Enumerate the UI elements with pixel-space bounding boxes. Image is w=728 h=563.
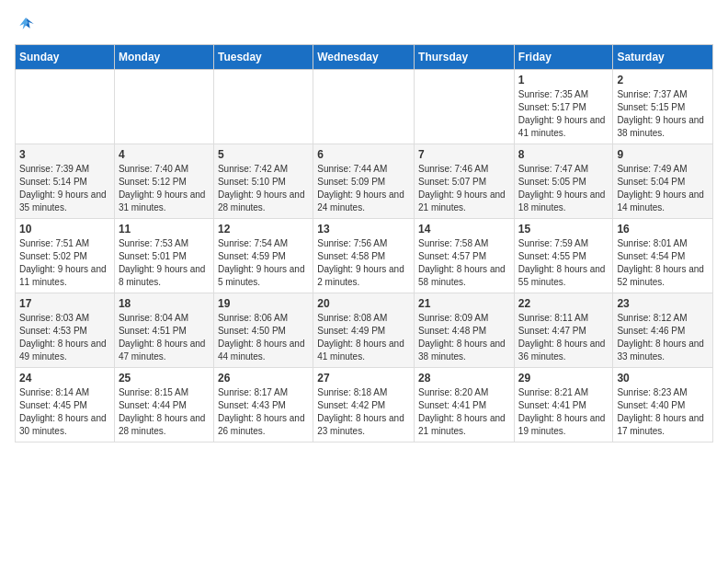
day-number: 24 [19,372,110,385]
day-info: Sunrise: 8:03 AM Sunset: 4:53 PM Dayligh… [19,312,110,363]
weekday-header-tuesday: Tuesday [213,45,313,70]
calendar-week-row: 24Sunrise: 8:14 AM Sunset: 4:45 PM Dayli… [16,368,713,442]
calendar-cell: 9Sunrise: 7:49 AM Sunset: 5:04 PM Daylig… [613,144,713,219]
day-number: 12 [218,223,309,236]
weekday-header-sunday: Sunday [16,45,115,70]
day-number: 6 [317,148,410,161]
calendar-cell: 27Sunrise: 8:18 AM Sunset: 4:42 PM Dayli… [313,368,415,442]
day-info: Sunrise: 8:01 AM Sunset: 4:54 PM Dayligh… [617,237,709,289]
day-info: Sunrise: 8:23 AM Sunset: 4:40 PM Dayligh… [617,386,709,438]
day-number: 20 [317,297,410,310]
calendar-cell: 6Sunrise: 7:44 AM Sunset: 5:09 PM Daylig… [313,144,415,219]
day-info: Sunrise: 7:53 AM Sunset: 5:01 PM Dayligh… [119,237,210,289]
calendar-cell: 10Sunrise: 7:51 AM Sunset: 5:02 PM Dayli… [16,219,115,293]
day-number: 2 [617,74,709,86]
calendar-cell [213,70,313,144]
logo-bird-icon [17,15,35,33]
day-number: 8 [518,148,609,161]
calendar-cell: 3Sunrise: 7:39 AM Sunset: 5:14 PM Daylig… [16,144,115,219]
calendar-cell: 20Sunrise: 8:08 AM Sunset: 4:49 PM Dayli… [313,293,415,368]
day-info: Sunrise: 7:46 AM Sunset: 5:07 PM Dayligh… [418,163,510,214]
day-info: Sunrise: 7:59 AM Sunset: 4:55 PM Dayligh… [518,237,609,289]
calendar-cell: 7Sunrise: 7:46 AM Sunset: 5:07 PM Daylig… [415,144,515,219]
day-number: 26 [218,372,309,385]
day-info: Sunrise: 7:39 AM Sunset: 5:14 PM Dayligh… [19,163,110,214]
day-info: Sunrise: 7:49 AM Sunset: 5:04 PM Dayligh… [617,163,709,214]
day-number: 1 [518,74,609,86]
day-number: 7 [418,148,510,161]
day-info: Sunrise: 7:51 AM Sunset: 5:02 PM Dayligh… [19,237,110,289]
calendar-cell: 19Sunrise: 8:06 AM Sunset: 4:50 PM Dayli… [213,293,313,368]
day-info: Sunrise: 8:06 AM Sunset: 4:50 PM Dayligh… [218,312,309,363]
day-number: 13 [317,223,410,236]
day-info: Sunrise: 7:37 AM Sunset: 5:15 PM Dayligh… [617,88,709,140]
calendar-cell: 22Sunrise: 8:11 AM Sunset: 4:47 PM Dayli… [514,293,613,368]
weekday-header-wednesday: Wednesday [313,45,415,70]
weekday-header-saturday: Saturday [613,45,713,70]
calendar-cell [114,70,213,144]
calendar-cell: 26Sunrise: 8:17 AM Sunset: 4:43 PM Dayli… [213,368,313,442]
day-number: 30 [617,372,709,385]
calendar-week-row: 10Sunrise: 7:51 AM Sunset: 5:02 PM Dayli… [16,219,713,293]
day-info: Sunrise: 7:42 AM Sunset: 5:10 PM Dayligh… [218,163,309,214]
day-number: 29 [518,372,609,385]
day-info: Sunrise: 8:18 AM Sunset: 4:42 PM Dayligh… [317,386,410,438]
day-number: 18 [119,297,210,310]
day-number: 9 [617,148,709,161]
day-info: Sunrise: 7:44 AM Sunset: 5:09 PM Dayligh… [317,163,410,214]
header [15,15,713,33]
calendar-cell: 8Sunrise: 7:47 AM Sunset: 5:05 PM Daylig… [514,144,613,219]
day-info: Sunrise: 7:47 AM Sunset: 5:05 PM Dayligh… [518,163,609,214]
calendar-cell: 25Sunrise: 8:15 AM Sunset: 4:44 PM Dayli… [114,368,213,442]
day-info: Sunrise: 7:56 AM Sunset: 4:58 PM Dayligh… [317,237,410,289]
calendar-cell: 17Sunrise: 8:03 AM Sunset: 4:53 PM Dayli… [16,293,115,368]
calendar-cell: 24Sunrise: 8:14 AM Sunset: 4:45 PM Dayli… [16,368,115,442]
calendar-week-row: 17Sunrise: 8:03 AM Sunset: 4:53 PM Dayli… [16,293,713,368]
weekday-header-row: SundayMondayTuesdayWednesdayThursdayFrid… [16,45,713,70]
logo [15,15,35,33]
day-number: 21 [418,297,510,310]
calendar-cell: 15Sunrise: 7:59 AM Sunset: 4:55 PM Dayli… [514,219,613,293]
calendar-cell: 13Sunrise: 7:56 AM Sunset: 4:58 PM Dayli… [313,219,415,293]
day-info: Sunrise: 7:54 AM Sunset: 4:59 PM Dayligh… [218,237,309,289]
calendar-cell: 2Sunrise: 7:37 AM Sunset: 5:15 PM Daylig… [613,70,713,144]
day-number: 15 [518,223,609,236]
day-info: Sunrise: 8:21 AM Sunset: 4:41 PM Dayligh… [518,386,609,438]
day-number: 22 [518,297,609,310]
day-info: Sunrise: 8:20 AM Sunset: 4:41 PM Dayligh… [418,386,510,438]
calendar-cell: 29Sunrise: 8:21 AM Sunset: 4:41 PM Dayli… [514,368,613,442]
calendar-cell: 11Sunrise: 7:53 AM Sunset: 5:01 PM Dayli… [114,219,213,293]
weekday-header-monday: Monday [114,45,213,70]
day-number: 3 [19,148,110,161]
calendar-cell [415,70,515,144]
day-number: 14 [418,223,510,236]
day-number: 17 [19,297,110,310]
day-number: 4 [119,148,210,161]
day-number: 23 [617,297,709,310]
day-info: Sunrise: 7:35 AM Sunset: 5:17 PM Dayligh… [518,88,609,140]
calendar-cell: 1Sunrise: 7:35 AM Sunset: 5:17 PM Daylig… [514,70,613,144]
calendar-cell [16,70,115,144]
calendar-cell: 23Sunrise: 8:12 AM Sunset: 4:46 PM Dayli… [613,293,713,368]
day-info: Sunrise: 8:09 AM Sunset: 4:48 PM Dayligh… [418,312,510,363]
calendar-cell: 18Sunrise: 8:04 AM Sunset: 4:51 PM Dayli… [114,293,213,368]
calendar-cell: 28Sunrise: 8:20 AM Sunset: 4:41 PM Dayli… [415,368,515,442]
calendar-cell: 4Sunrise: 7:40 AM Sunset: 5:12 PM Daylig… [114,144,213,219]
calendar-week-row: 1Sunrise: 7:35 AM Sunset: 5:17 PM Daylig… [16,70,713,144]
calendar-week-row: 3Sunrise: 7:39 AM Sunset: 5:14 PM Daylig… [16,144,713,219]
calendar-cell: 16Sunrise: 8:01 AM Sunset: 4:54 PM Dayli… [613,219,713,293]
weekday-header-thursday: Thursday [415,45,515,70]
day-info: Sunrise: 8:15 AM Sunset: 4:44 PM Dayligh… [119,386,210,438]
day-info: Sunrise: 7:40 AM Sunset: 5:12 PM Dayligh… [119,163,210,214]
day-number: 28 [418,372,510,385]
calendar-table: SundayMondayTuesdayWednesdayThursdayFrid… [15,44,713,442]
calendar-cell: 5Sunrise: 7:42 AM Sunset: 5:10 PM Daylig… [213,144,313,219]
day-number: 10 [19,223,110,236]
calendar-cell: 14Sunrise: 7:58 AM Sunset: 4:57 PM Dayli… [415,219,515,293]
day-info: Sunrise: 8:14 AM Sunset: 4:45 PM Dayligh… [19,386,110,438]
day-info: Sunrise: 8:12 AM Sunset: 4:46 PM Dayligh… [617,312,709,363]
calendar-cell: 30Sunrise: 8:23 AM Sunset: 4:40 PM Dayli… [613,368,713,442]
day-number: 27 [317,372,410,385]
day-number: 19 [218,297,309,310]
day-number: 11 [119,223,210,236]
